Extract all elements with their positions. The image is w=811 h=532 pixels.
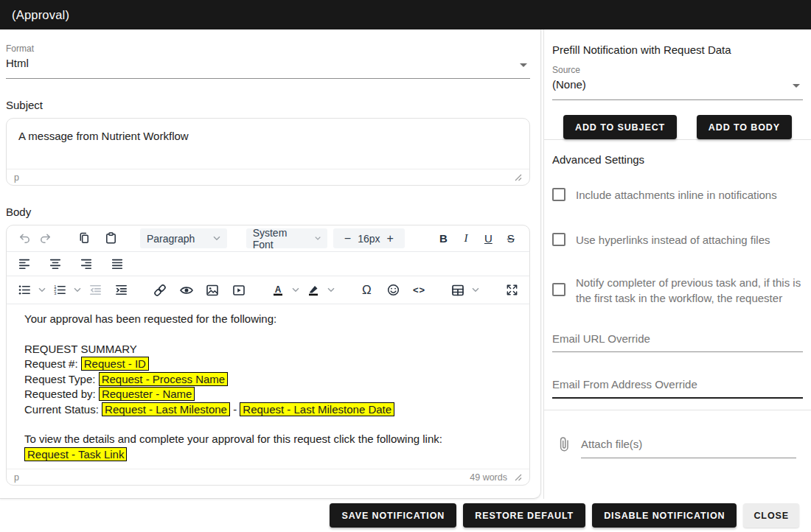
preview-button[interactable] (176, 280, 197, 301)
checkbox-row-notify-completer[interactable]: Notify completer of previous task and, i… (552, 275, 803, 306)
numbered-list-menu-button[interactable] (70, 280, 85, 301)
text-color-button[interactable]: A (268, 280, 288, 301)
align-right-button[interactable] (76, 253, 97, 274)
align-justify-button[interactable] (107, 253, 128, 274)
notification-editor-panel: Format Html Subject A message from Nutri… (0, 29, 541, 499)
font-size-control: − 16px + (333, 228, 405, 248)
email-url-override-input[interactable] (552, 329, 803, 352)
align-center-icon (49, 257, 62, 270)
special-char-button[interactable]: Ω (356, 280, 377, 301)
merge-token[interactable]: Request - Process Name (99, 372, 229, 386)
save-notification-button[interactable]: SAVE NOTIFICATION (330, 503, 456, 528)
indent-button[interactable] (111, 280, 132, 301)
font-size-value[interactable]: 16px (358, 233, 380, 245)
disable-notification-button[interactable]: DISABLE NOTIFICATION (592, 503, 737, 528)
summary-title: REQUEST SUMMARY (24, 342, 512, 357)
chevron-down-icon (472, 287, 479, 293)
close-button[interactable]: CLOSE (743, 503, 799, 528)
resize-handle-icon[interactable] (515, 474, 522, 481)
highlight-color-button[interactable] (303, 280, 324, 301)
insert-image-button[interactable] (202, 280, 223, 301)
attach-file-label[interactable]: Attach file(s) (581, 435, 796, 458)
undo-button[interactable] (14, 228, 35, 249)
merge-token[interactable]: Request - Last Milestone (102, 402, 230, 416)
redo-button[interactable] (35, 228, 55, 249)
preview-eye-icon (179, 283, 194, 298)
chevron-down-icon (520, 63, 527, 67)
align-left-button[interactable] (14, 253, 35, 274)
emoji-button[interactable] (383, 280, 403, 301)
body-label: Body (6, 206, 530, 218)
checkbox-row-hyperlinks[interactable]: Use hyperlinks instead of attaching file… (552, 232, 803, 248)
attach-file-control[interactable]: Attach file(s) (557, 435, 796, 458)
bullet-list-button[interactable] (14, 280, 35, 301)
merge-token[interactable]: Request - Task Link (24, 447, 127, 461)
paste-button[interactable] (100, 228, 121, 249)
source-value[interactable]: (None) (552, 78, 803, 100)
paste-icon (104, 231, 118, 245)
subject-editor[interactable]: A message from Nutrient Workflow p (6, 118, 530, 186)
checkbox-label: Use hyperlinks instead of attaching file… (576, 232, 770, 248)
table-button[interactable] (448, 280, 468, 301)
prefill-section: Prefill Notification with Request Data S… (544, 29, 811, 140)
checkbox-label: Include attachments inline in notificati… (576, 187, 777, 203)
checkbox-icon[interactable] (552, 188, 565, 201)
add-to-subject-button[interactable]: ADD TO SUBJECT (563, 115, 677, 139)
highlight-color-menu-button[interactable] (324, 280, 338, 301)
source-select[interactable]: Source (None) (552, 65, 803, 100)
redo-icon (38, 231, 52, 245)
fullscreen-button[interactable] (501, 280, 522, 301)
format-label: Format (6, 43, 530, 54)
add-to-body-button[interactable]: ADD TO BODY (697, 115, 792, 139)
format-select[interactable]: Format Html (6, 43, 530, 79)
body-content-area[interactable]: Your approval has been requested for the… (7, 304, 529, 469)
code-view-button[interactable]: <> (409, 280, 430, 301)
checkbox-row-inline-attachments[interactable]: Include attachments inline in notificati… (552, 187, 803, 203)
merge-token[interactable]: Request - Last Milestone Date (240, 402, 394, 416)
summary-row-requested-by: Requested by: Requester - Name (24, 387, 512, 402)
underline-button[interactable]: U (477, 232, 499, 245)
bold-button[interactable]: B (432, 232, 454, 245)
font-family-select[interactable]: System Font (246, 228, 327, 248)
backcolor-icon (306, 283, 321, 298)
prefill-title: Prefill Notification with Request Data (552, 43, 803, 56)
merge-token[interactable]: Requester - Name (99, 387, 195, 401)
checkbox-label: Notify completer of previous task and, i… (576, 275, 803, 306)
emoji-icon (386, 283, 400, 297)
strikethrough-button[interactable]: S (500, 232, 522, 245)
advanced-settings-title: Advanced Settings (552, 153, 803, 166)
email-from-override-input[interactable] (552, 375, 803, 399)
text-color-menu-button[interactable] (288, 280, 303, 301)
decrease-font-button[interactable]: − (338, 232, 358, 245)
bullet-list-menu-button[interactable] (35, 280, 49, 301)
merge-token[interactable]: Request - ID (81, 357, 149, 371)
outdent-button[interactable] (85, 280, 105, 301)
chevron-down-icon (38, 287, 46, 293)
restore-default-button[interactable]: RESTORE DEFAULT (463, 503, 585, 528)
block-format-value: Paragraph (147, 233, 195, 245)
toolbar-row-2 (7, 252, 529, 276)
insert-link-button[interactable] (150, 280, 170, 301)
chevron-down-icon (213, 236, 220, 241)
request-number-label: Request #: (24, 357, 81, 370)
align-center-button[interactable] (45, 253, 66, 274)
checkbox-icon[interactable] (552, 283, 565, 296)
toolbar-row-3: 123 A Ω (7, 276, 529, 304)
italic-button[interactable]: I (455, 232, 477, 245)
image-icon (205, 283, 220, 298)
increase-font-button[interactable]: + (380, 232, 400, 245)
checkbox-icon[interactable] (552, 233, 565, 246)
table-menu-button[interactable] (468, 280, 483, 301)
block-format-select[interactable]: Paragraph (140, 228, 227, 248)
format-value[interactable]: Html (6, 57, 530, 79)
copy-button[interactable] (74, 228, 95, 249)
special-char-icon: Ω (362, 283, 372, 298)
numbered-list-icon: 123 (53, 283, 67, 297)
chevron-down-icon (793, 84, 800, 88)
resize-handle-icon[interactable] (515, 174, 522, 181)
subject-input[interactable]: A message from Nutrient Workflow (7, 119, 529, 169)
table-icon (450, 283, 465, 298)
insert-media-button[interactable] (229, 280, 249, 301)
media-icon (232, 283, 246, 298)
numbered-list-button[interactable]: 123 (49, 280, 70, 301)
